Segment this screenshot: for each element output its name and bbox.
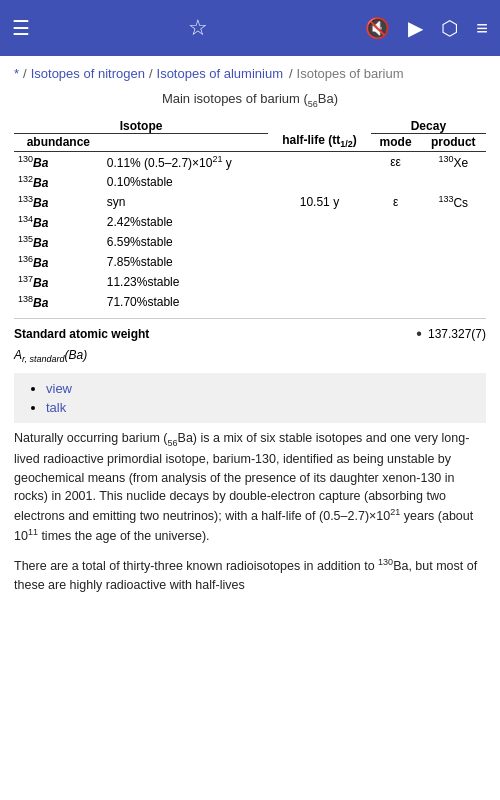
- saw-number: 137.327(7): [428, 327, 486, 341]
- table-row: 133Ba syn 10.51 y ε 133Cs: [14, 192, 486, 212]
- th-mode: mode: [371, 133, 421, 152]
- body-text-1: Naturally occurring barium (56Ba) is a m…: [14, 429, 486, 546]
- body-text-2: There are a total of thirty-three known …: [14, 556, 486, 595]
- list-icon[interactable]: ≡: [476, 17, 488, 40]
- breadcrumb-star[interactable]: *: [14, 66, 19, 81]
- th-abundance: abundance: [14, 133, 103, 152]
- breadcrumb-sep2: /: [149, 66, 153, 81]
- isotope-cell: 130Ba: [14, 152, 103, 173]
- breadcrumb-current: Isotopes of barium: [297, 66, 404, 81]
- table-row: 135Ba 6.59%stable: [14, 232, 486, 252]
- list-item-talk: talk: [46, 398, 474, 417]
- table-row: 134Ba 2.42%stable: [14, 212, 486, 232]
- isotope-cell: 134Ba: [14, 212, 103, 232]
- list-item-view: view: [46, 379, 474, 398]
- saw-bullet: •: [416, 325, 422, 343]
- isotope-cell: 135Ba: [14, 232, 103, 252]
- saw-title: Standard atomic weight: [14, 327, 149, 341]
- th-decay-group: Decay: [371, 117, 486, 134]
- talk-link[interactable]: talk: [46, 400, 66, 415]
- th-product: product: [420, 133, 486, 152]
- breadcrumb-sep3: /: [289, 66, 293, 81]
- isotope-cell: 132Ba: [14, 172, 103, 192]
- mute-icon[interactable]: 🔇: [365, 16, 390, 40]
- view-link[interactable]: view: [46, 381, 72, 396]
- links-list: view talk: [26, 379, 474, 417]
- saw-section: Standard atomic weight • 137.327(7) Ar, …: [14, 318, 486, 366]
- page-title: Main isotopes of barium (56Ba): [14, 91, 486, 109]
- play-icon[interactable]: ▶: [408, 16, 423, 40]
- main-content: Main isotopes of barium (56Ba) Isotope D…: [0, 85, 500, 619]
- table-row: 130Ba 0.11% (0.5–2.7)×1021 y εε 130Xe: [14, 152, 486, 173]
- th-halflife: half-life (tt1/2): [268, 133, 371, 152]
- breadcrumb-sep1: /: [23, 66, 27, 81]
- isotope-cell: 137Ba: [14, 272, 103, 292]
- saw-value: • 137.327(7): [416, 325, 486, 343]
- links-section: view talk: [14, 373, 486, 423]
- isotope-cell: 138Ba: [14, 292, 103, 312]
- table-row: 137Ba 11.23%stable: [14, 272, 486, 292]
- table-row: 136Ba 7.85%stable: [14, 252, 486, 272]
- isotope-cell: 133Ba: [14, 192, 103, 212]
- th-isotope-group: Isotope: [14, 117, 268, 134]
- breadcrumb-link-aluminium[interactable]: Isotopes of aluminium: [157, 66, 283, 81]
- isotope-table: Isotope Decay abundance half-life (tt1/2…: [14, 117, 486, 313]
- menu-icon[interactable]: ☰: [12, 16, 30, 40]
- toolbar: ☰ ☆ 🔇 ▶ ⬡ ≡: [0, 0, 500, 56]
- th-abundance2: [103, 133, 268, 152]
- saw-formula-row: Ar, standard(Ba): [14, 345, 486, 366]
- saw-row: Standard atomic weight • 137.327(7): [14, 323, 486, 345]
- isotope-cell: 136Ba: [14, 252, 103, 272]
- breadcrumb-link-nitrogen[interactable]: Isotopes of nitrogen: [31, 66, 145, 81]
- share-icon[interactable]: ⬡: [441, 16, 458, 40]
- table-row: 132Ba 0.10%stable: [14, 172, 486, 192]
- table-row: 138Ba 71.70%stable: [14, 292, 486, 312]
- star-icon[interactable]: ☆: [188, 15, 208, 41]
- breadcrumb: * / Isotopes of nitrogen / Isotopes of a…: [0, 56, 500, 85]
